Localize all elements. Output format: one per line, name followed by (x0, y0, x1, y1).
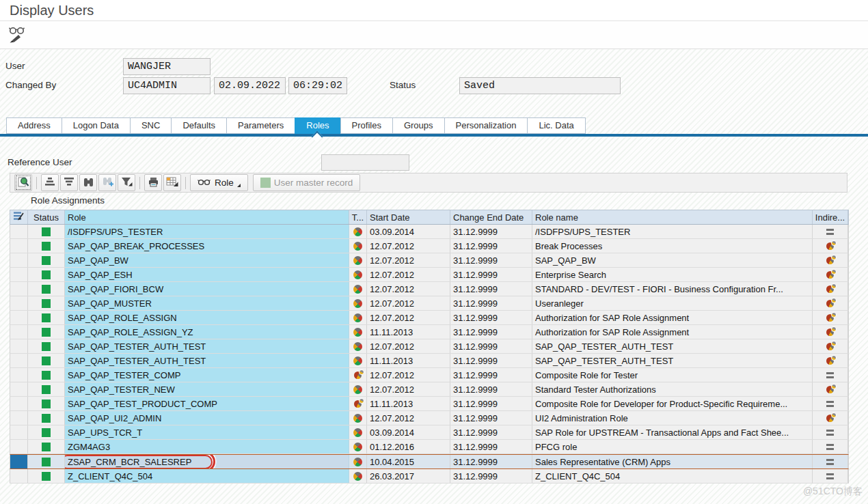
display-change-button[interactable] (7, 25, 27, 46)
status-cell (28, 339, 65, 353)
table-row[interactable]: SAP_QAP_TESTER_NEW12.07.201231.12.9999St… (10, 382, 849, 397)
table-row[interactable]: SAP_QAP_BW12.07.201231.12.9999SAP_QAP_BW (10, 253, 849, 268)
role-cell[interactable]: SAP_QAP_TEST_PRODUCT_COMP (65, 397, 349, 410)
column-header-role[interactable]: Role (65, 210, 349, 224)
table-row[interactable]: SAP_QAP_ESH12.07.201231.12.9999Enterpris… (10, 268, 849, 282)
row-selector-cell[interactable] (10, 425, 28, 439)
changed-date-value[interactable]: 02.09.2022 (214, 77, 286, 94)
row-selector-cell[interactable] (10, 354, 28, 367)
table-row[interactable]: SAP_QAP_TESTER_COMP12.07.201231.12.9999C… (10, 368, 849, 382)
row-selector-cell[interactable] (10, 368, 28, 382)
table-row[interactable]: SAP_QAP_TEST_PRODUCT_COMP11.11.201331.12… (10, 397, 849, 411)
row-selector-cell[interactable] (10, 325, 28, 339)
end-date-cell: 31.12.9999 (450, 225, 532, 238)
role-cell[interactable]: SAP_QAP_TESTER_NEW (65, 382, 349, 396)
table-row[interactable]: SAP_QAP_TESTER_AUTH_TEST12.07.201231.12.… (10, 339, 849, 354)
table-row[interactable]: SAP_QAP_ROLE_ASSIGN_YZ11.11.201331.12.99… (10, 325, 849, 339)
role-cell[interactable]: SAP_QAP_UI2_ADMIN (65, 411, 349, 425)
direct-assignment-icon (826, 473, 834, 479)
role-cell[interactable]: SAP_QAP_ROLE_ASSIGN (65, 311, 349, 324)
table-row[interactable]: SAP_QAP_TESTER_AUTH_TEST11.11.201331.12.… (10, 354, 849, 368)
role-cell[interactable]: SAP_QAP_MUSTER (65, 296, 349, 310)
table-row[interactable]: SAP_UPS_TCR_T03.09.201431.12.9999SAP Rol… (10, 425, 849, 440)
user-master-record-label: User master record (274, 178, 353, 188)
column-header-change-end-date[interactable]: Change End Date (450, 210, 532, 224)
sort-descending-button[interactable] (60, 174, 78, 191)
composite-role-icon (354, 372, 362, 379)
role-name-cell: SAP_QAP_BW (532, 253, 813, 267)
single-role-icon (353, 313, 362, 322)
row-selector-cell[interactable] (10, 268, 28, 281)
tab-defaults[interactable]: Defaults (171, 117, 227, 134)
user-field-value[interactable]: WANGJER (123, 58, 211, 75)
filter-button[interactable] (118, 174, 135, 191)
changed-by-value[interactable]: UC4ADMIN (123, 77, 211, 94)
role-cell[interactable]: ZGM4AG3 (65, 440, 349, 453)
role-cell[interactable]: SAP_QAP_TESTER_COMP (65, 368, 349, 382)
row-selector-cell[interactable] (10, 469, 28, 483)
table-row[interactable]: ZGM4AG301.12.201631.12.9999PFCG role (10, 440, 849, 454)
changed-time-value[interactable]: 06:29:02 (288, 77, 347, 94)
role-menu-button[interactable]: Role (190, 174, 248, 191)
table-row[interactable]: SAP_QAP_FIORI_BCW12.07.201231.12.9999STA… (10, 282, 849, 296)
column-header-start-date[interactable]: Start Date (367, 210, 450, 224)
tab-groups[interactable]: Groups (392, 117, 445, 134)
row-selector-cell[interactable] (10, 311, 28, 324)
table-row[interactable]: SAP_QAP_UI2_ADMIN12.07.201231.12.9999UI2… (10, 411, 849, 425)
table-row[interactable]: ZSAP_CRM_BCR_SALESREP10.04.201531.12.999… (10, 454, 849, 469)
role-cell[interactable]: /ISDFPS/UPS_TESTER (65, 225, 349, 238)
role-cell[interactable]: SAP_QAP_FIORI_BCW (65, 282, 349, 296)
role-name-cell: Authorization for SAP Role Assignment (532, 325, 813, 339)
table-row[interactable]: SAP_QAP_MUSTER12.07.201231.12.9999Useran… (10, 296, 849, 311)
column-header-t-[interactable]: T... (349, 210, 367, 224)
table-row[interactable]: Z_CLIENT_Q4C_50426.03.201731.12.9999Z_CL… (10, 469, 849, 484)
column-header-role-name[interactable]: Role name (532, 210, 813, 224)
row-selector-cell[interactable] (10, 382, 28, 396)
user-master-record-button[interactable]: User master record (253, 174, 361, 191)
row-selector-cell[interactable] (10, 225, 28, 238)
table-row[interactable]: SAP_QAP_ROLE_ASSIGN12.07.201231.12.9999A… (10, 311, 849, 325)
export-button[interactable] (163, 174, 181, 191)
table-row[interactable]: SAP_QAP_BREAK_PROCESSES12.07.201231.12.9… (10, 239, 849, 253)
tab-profiles[interactable]: Profiles (340, 117, 393, 134)
tab-snc[interactable]: SNC (130, 117, 172, 134)
role-cell[interactable]: SAP_QAP_ROLE_ASSIGN_YZ (65, 325, 349, 339)
column-header-status[interactable]: Status (28, 210, 65, 224)
row-selector-cell[interactable] (10, 397, 28, 410)
find-next-button[interactable] (98, 174, 116, 191)
tab-address[interactable]: Address (6, 117, 62, 134)
role-cell[interactable]: SAP_QAP_TESTER_AUTH_TEST (65, 354, 349, 367)
role-cell[interactable]: SAP_QAP_ESH (65, 268, 349, 281)
row-selector-cell[interactable] (10, 440, 28, 453)
tab-lic-data[interactable]: Lic. Data (527, 117, 585, 134)
status-cell (28, 440, 65, 453)
row-selector-cell[interactable] (10, 411, 28, 425)
role-cell[interactable]: SAP_QAP_TESTER_AUTH_TEST (65, 339, 349, 353)
role-id: Z_CLIENT_Q4C_504 (68, 471, 152, 481)
reference-user-input[interactable] (321, 154, 409, 171)
role-cell[interactable]: ZSAP_CRM_BCR_SALESREP (65, 455, 349, 468)
column-header-indire-[interactable]: Indire... (813, 210, 848, 224)
tab-logon-data[interactable]: Logon Data (62, 117, 131, 134)
print-button[interactable] (144, 174, 162, 191)
sort-ascending-button[interactable] (41, 174, 59, 191)
select-all-header-cell[interactable] (10, 210, 28, 224)
row-selector-cell[interactable] (10, 296, 28, 310)
row-selector-cell[interactable] (10, 339, 28, 353)
details-button[interactable] (14, 174, 32, 191)
find-button[interactable] (79, 174, 97, 191)
tab-parameters[interactable]: Parameters (226, 117, 295, 134)
role-cell[interactable]: Z_CLIENT_Q4C_504 (65, 469, 349, 483)
status-field-value[interactable]: Saved (459, 77, 621, 94)
row-selector-cell[interactable] (10, 455, 28, 468)
table-row[interactable]: /ISDFPS/UPS_TESTER03.09.201431.12.9999/I… (10, 225, 849, 239)
row-selector-cell[interactable] (10, 253, 28, 267)
find-next-icon (102, 177, 113, 189)
role-cell[interactable]: SAP_QAP_BW (65, 253, 349, 267)
row-selector-cell[interactable] (10, 239, 28, 253)
row-selector-cell[interactable] (10, 282, 28, 296)
role-cell[interactable]: SAP_UPS_TCR_T (65, 425, 349, 439)
role-cell[interactable]: SAP_QAP_BREAK_PROCESSES (65, 239, 349, 253)
end-date-cell: 31.12.9999 (450, 339, 532, 353)
tab-personalization[interactable]: Personalization (444, 117, 528, 134)
